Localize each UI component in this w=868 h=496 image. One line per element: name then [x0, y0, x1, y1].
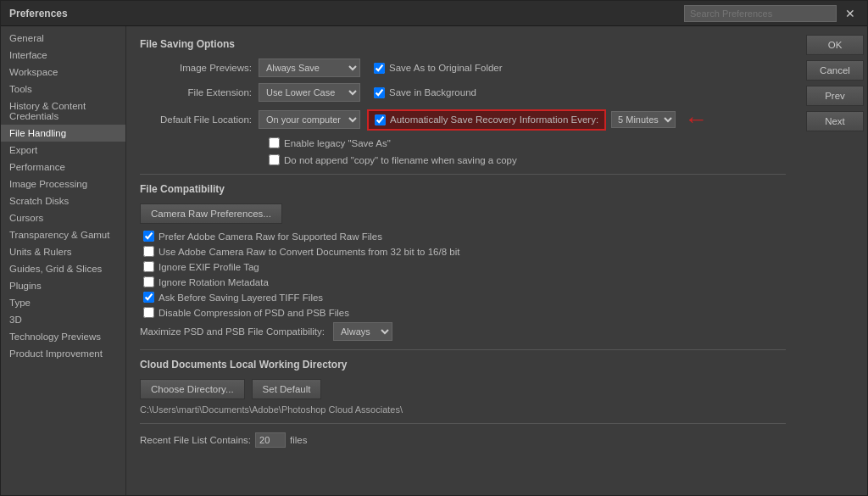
no-append-label: Do not append "copy" to filename when sa… — [284, 155, 517, 165]
sidebar-item-scratch-disks[interactable]: Scratch Disks — [1, 192, 125, 209]
disable-compression-checkbox[interactable] — [143, 307, 154, 318]
default-file-location-row: Default File Location: On your computer … — [140, 108, 786, 131]
sidebar-item-type[interactable]: Type — [1, 294, 125, 311]
action-buttons-area: OK Cancel Prev Next — [799, 26, 867, 495]
image-previews-label: Image Previews: — [140, 63, 259, 73]
save-in-background-checkbox[interactable] — [374, 87, 385, 98]
sidebar-item-interface[interactable]: Interface — [1, 47, 125, 64]
auto-save-checkbox[interactable] — [375, 114, 386, 125]
ignore-exif-row: Ignore EXIF Profile Tag — [140, 261, 786, 272]
choose-directory-button[interactable]: Choose Directory... — [140, 379, 245, 399]
maximize-label: Maximize PSD and PSB File Compatibility: — [140, 326, 325, 337]
file-compat-section-title: File Compatibility — [140, 183, 786, 195]
camera-raw-preferences-button[interactable]: Camera Raw Preferences... — [140, 203, 282, 224]
next-button[interactable]: Next — [806, 111, 864, 131]
sidebar-item-tech-previews[interactable]: Technology Previews — [1, 328, 125, 345]
sidebar-item-guides[interactable]: Guides, Grid & Slices — [1, 260, 125, 277]
ok-button[interactable]: OK — [806, 35, 864, 55]
prefer-camera-raw-label: Prefer Adobe Camera Raw for Supported Ra… — [159, 231, 382, 242]
search-input[interactable] — [684, 5, 837, 22]
use-camera-raw-convert-label: Use Adobe Camera Raw to Convert Document… — [159, 247, 459, 257]
sidebar-item-cursors[interactable]: Cursors — [1, 209, 125, 226]
sidebar-item-tools[interactable]: Tools — [1, 81, 125, 98]
window-body: General Interface Workspace Tools Histor… — [1, 26, 867, 495]
ignore-rotation-label: Ignore Rotation Metadata — [159, 277, 269, 287]
no-append-checkbox[interactable] — [269, 154, 280, 165]
file-extension-row: File Extension: Use Lower Case Save in B… — [140, 83, 786, 102]
maximize-select[interactable]: Always — [333, 322, 392, 341]
ignore-rotation-row: Ignore Rotation Metadata — [140, 276, 786, 287]
sidebar-item-performance[interactable]: Performance — [1, 159, 125, 176]
sidebar-item-history[interactable]: History & Content Credentials — [1, 98, 125, 125]
window-title: Preferences — [9, 8, 68, 20]
use-camera-raw-convert-row: Use Adobe Camera Raw to Convert Document… — [140, 246, 786, 257]
disable-compression-row: Disable Compression of PSD and PSB Files — [140, 307, 786, 318]
ignore-exif-label: Ignore EXIF Profile Tag — [159, 262, 259, 272]
auto-save-highlight: Automatically Save Recovery Information … — [367, 109, 606, 131]
sidebar-item-export[interactable]: Export — [1, 142, 125, 159]
red-arrow-icon: ← — [684, 108, 708, 131]
enable-legacy-row: Enable legacy "Save As" — [140, 137, 786, 148]
file-saving-section-title: File Saving Options — [140, 38, 786, 50]
sidebar-item-3d[interactable]: 3D — [1, 311, 125, 328]
sidebar-item-image-processing[interactable]: Image Processing — [1, 176, 125, 192]
disable-compression-label: Disable Compression of PSD and PSB Files — [159, 308, 349, 318]
prefer-camera-raw-checkbox[interactable] — [143, 231, 154, 242]
save-in-background-label: Save in Background — [389, 87, 476, 98]
prev-button[interactable]: Prev — [806, 86, 864, 106]
sidebar: General Interface Workspace Tools Histor… — [1, 26, 126, 495]
save-as-original-label: Save As to Original Folder — [389, 63, 503, 73]
ignore-rotation-checkbox[interactable] — [143, 276, 154, 287]
default-file-location-label: Default File Location: — [140, 114, 259, 125]
recent-files-label: Recent File List Contains: — [140, 435, 251, 445]
sidebar-item-general[interactable]: General — [1, 30, 125, 47]
cloud-path: C:\Users\marti\Documents\Adobe\Photoshop… — [140, 404, 786, 415]
file-extension-select[interactable]: Use Lower Case — [259, 83, 360, 102]
title-bar: Preferences ✕ — [1, 1, 867, 26]
ask-tiff-checkbox[interactable] — [143, 292, 154, 303]
sidebar-item-units[interactable]: Units & Rulers — [1, 243, 125, 260]
recent-files-input[interactable] — [255, 432, 286, 448]
prefer-camera-raw-row: Prefer Adobe Camera Raw for Supported Ra… — [140, 231, 786, 242]
ask-tiff-label: Ask Before Saving Layered TIFF Files — [159, 293, 323, 303]
no-append-row: Do not append "copy" to filename when sa… — [140, 154, 786, 165]
sidebar-item-plugins[interactable]: Plugins — [1, 277, 125, 294]
preferences-window: Preferences ✕ General Interface Workspac… — [0, 0, 868, 496]
save-as-original-checkbox[interactable] — [374, 63, 385, 74]
auto-save-minutes-select[interactable]: 5 Minutes — [611, 111, 676, 128]
default-file-location-select[interactable]: On your computer — [259, 110, 360, 129]
file-extension-label: File Extension: — [140, 87, 259, 98]
image-previews-select[interactable]: Always Save — [259, 59, 360, 77]
image-previews-row: Image Previews: Always Save Save As to O… — [140, 59, 786, 77]
recent-files-suffix: files — [290, 435, 307, 445]
ignore-exif-checkbox[interactable] — [143, 261, 154, 272]
set-default-button[interactable]: Set Default — [252, 379, 322, 399]
sidebar-item-workspace[interactable]: Workspace — [1, 64, 125, 81]
recent-files-row: Recent File List Contains: files — [140, 432, 786, 448]
ask-tiff-row: Ask Before Saving Layered TIFF Files — [140, 292, 786, 303]
sidebar-item-transparency[interactable]: Transparency & Gamut — [1, 226, 125, 243]
use-camera-raw-convert-checkbox[interactable] — [143, 246, 154, 257]
enable-legacy-label: Enable legacy "Save As" — [284, 138, 391, 148]
auto-save-label: Automatically Save Recovery Information … — [390, 114, 598, 125]
title-bar-right: ✕ — [684, 5, 859, 22]
enable-legacy-checkbox[interactable] — [269, 137, 280, 148]
sidebar-item-file-handling[interactable]: File Handling — [1, 125, 125, 142]
main-content: File Saving Options Image Previews: Alwa… — [126, 26, 799, 495]
cloud-docs-section-title: Cloud Documents Local Working Directory — [140, 359, 786, 371]
cancel-button[interactable]: Cancel — [806, 60, 864, 81]
close-button[interactable]: ✕ — [842, 7, 859, 20]
sidebar-item-product-improvement[interactable]: Product Improvement — [1, 345, 125, 362]
maximize-row: Maximize PSD and PSB File Compatibility:… — [140, 322, 786, 341]
